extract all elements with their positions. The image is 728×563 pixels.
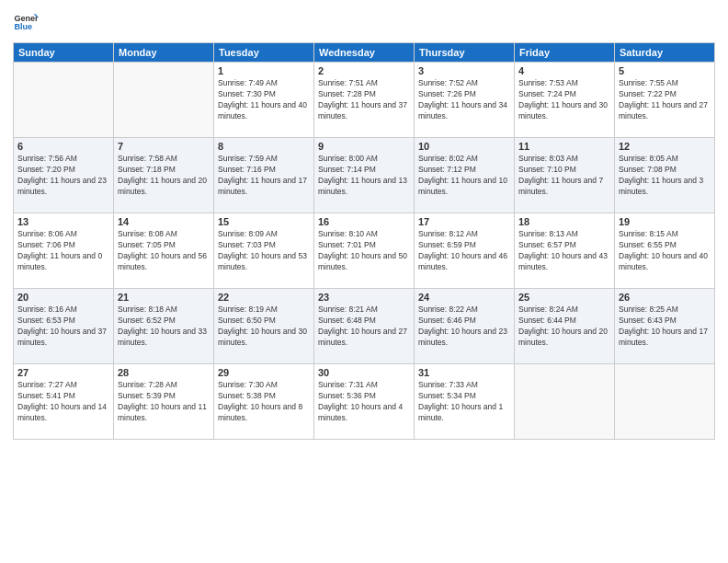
day-number: 22: [218, 292, 310, 303]
day-number: 16: [318, 216, 410, 227]
calendar-cell: [615, 364, 715, 440]
day-number: 5: [619, 65, 711, 76]
day-info: Sunrise: 8:12 AMSunset: 6:59 PMDaylight:…: [418, 229, 510, 273]
day-info: Sunrise: 7:49 AMSunset: 7:30 PMDaylight:…: [218, 78, 310, 122]
weekday-header-tuesday: Tuesday: [214, 43, 314, 63]
day-number: 30: [318, 367, 410, 378]
day-number: 20: [17, 292, 109, 303]
day-info: Sunrise: 7:56 AMSunset: 7:20 PMDaylight:…: [17, 154, 109, 198]
calendar-cell: 16Sunrise: 8:10 AMSunset: 7:01 PMDayligh…: [314, 213, 415, 289]
day-info: Sunrise: 8:21 AMSunset: 6:48 PMDaylight:…: [318, 304, 410, 349]
calendar-cell: 14Sunrise: 8:08 AMSunset: 7:05 PMDayligh…: [114, 213, 214, 289]
weekday-header-row: SundayMondayTuesdayWednesdayThursdayFrid…: [14, 43, 715, 63]
weekday-header-wednesday: Wednesday: [314, 43, 415, 63]
calendar-cell: 24Sunrise: 8:22 AMSunset: 6:46 PMDayligh…: [415, 289, 515, 364]
day-info: Sunrise: 8:22 AMSunset: 6:46 PMDaylight:…: [418, 304, 510, 349]
calendar-cell: 20Sunrise: 8:16 AMSunset: 6:53 PMDayligh…: [14, 289, 114, 364]
day-info: Sunrise: 8:13 AMSunset: 6:57 PMDaylight:…: [518, 229, 610, 273]
day-number: 1: [218, 65, 310, 76]
calendar-cell: 6Sunrise: 7:56 AMSunset: 7:20 PMDaylight…: [14, 138, 114, 213]
day-info: Sunrise: 7:52 AMSunset: 7:26 PMDaylight:…: [418, 78, 510, 122]
calendar-cell: 25Sunrise: 8:24 AMSunset: 6:44 PMDayligh…: [515, 289, 615, 364]
calendar-cell: 7Sunrise: 7:58 AMSunset: 7:18 PMDaylight…: [114, 138, 214, 213]
day-info: Sunrise: 7:30 AMSunset: 5:38 PMDaylight:…: [218, 380, 310, 424]
calendar-cell: 27Sunrise: 7:27 AMSunset: 5:41 PMDayligh…: [14, 364, 114, 440]
day-info: Sunrise: 7:59 AMSunset: 7:16 PMDaylight:…: [218, 154, 310, 198]
day-number: 17: [418, 216, 510, 227]
day-number: 21: [118, 292, 210, 303]
day-info: Sunrise: 7:27 AMSunset: 5:41 PMDaylight:…: [17, 380, 109, 424]
day-info: Sunrise: 8:25 AMSunset: 6:43 PMDaylight:…: [619, 304, 711, 349]
day-number: 14: [118, 216, 210, 227]
day-info: Sunrise: 8:03 AMSunset: 7:10 PMDaylight:…: [518, 154, 610, 198]
calendar-cell: [114, 63, 214, 138]
logo-icon: General Blue: [13, 9, 39, 35]
calendar-cell: [14, 63, 114, 138]
day-info: Sunrise: 7:55 AMSunset: 7:22 PMDaylight:…: [619, 78, 711, 122]
calendar-cell: 2Sunrise: 7:51 AMSunset: 7:28 PMDaylight…: [314, 63, 415, 138]
calendar-cell: 13Sunrise: 8:06 AMSunset: 7:06 PMDayligh…: [14, 213, 114, 289]
calendar-cell: 15Sunrise: 8:09 AMSunset: 7:03 PMDayligh…: [214, 213, 314, 289]
day-number: 7: [118, 141, 210, 152]
weekday-header-thursday: Thursday: [415, 43, 515, 63]
calendar-week-3: 13Sunrise: 8:06 AMSunset: 7:06 PMDayligh…: [14, 213, 715, 289]
day-number: 23: [318, 292, 410, 303]
day-number: 25: [518, 292, 610, 303]
calendar-cell: 28Sunrise: 7:28 AMSunset: 5:39 PMDayligh…: [114, 364, 214, 440]
day-info: Sunrise: 8:08 AMSunset: 7:05 PMDaylight:…: [118, 229, 210, 273]
day-info: Sunrise: 7:33 AMSunset: 5:34 PMDaylight:…: [418, 380, 510, 424]
day-number: 29: [218, 367, 310, 378]
calendar-cell: 11Sunrise: 8:03 AMSunset: 7:10 PMDayligh…: [515, 138, 615, 213]
header: General Blue: [13, 9, 715, 35]
day-number: 28: [118, 367, 210, 378]
calendar-cell: 22Sunrise: 8:19 AMSunset: 6:50 PMDayligh…: [214, 289, 314, 364]
day-number: 15: [218, 216, 310, 227]
calendar-cell: 5Sunrise: 7:55 AMSunset: 7:22 PMDaylight…: [615, 63, 715, 138]
calendar-cell: 29Sunrise: 7:30 AMSunset: 5:38 PMDayligh…: [214, 364, 314, 440]
weekday-header-saturday: Saturday: [615, 43, 715, 63]
calendar-cell: 1Sunrise: 7:49 AMSunset: 7:30 PMDaylight…: [214, 63, 314, 138]
day-number: 27: [17, 367, 109, 378]
calendar-cell: 18Sunrise: 8:13 AMSunset: 6:57 PMDayligh…: [515, 213, 615, 289]
day-info: Sunrise: 8:15 AMSunset: 6:55 PMDaylight:…: [619, 229, 711, 273]
day-number: 4: [518, 65, 610, 76]
calendar-cell: 8Sunrise: 7:59 AMSunset: 7:16 PMDaylight…: [214, 138, 314, 213]
day-info: Sunrise: 7:51 AMSunset: 7:28 PMDaylight:…: [318, 78, 410, 122]
calendar-cell: 17Sunrise: 8:12 AMSunset: 6:59 PMDayligh…: [415, 213, 515, 289]
calendar-cell: 30Sunrise: 7:31 AMSunset: 5:36 PMDayligh…: [314, 364, 415, 440]
calendar-cell: 12Sunrise: 8:05 AMSunset: 7:08 PMDayligh…: [615, 138, 715, 213]
day-number: 11: [518, 141, 610, 152]
weekday-header-sunday: Sunday: [14, 43, 114, 63]
calendar-cell: 19Sunrise: 8:15 AMSunset: 6:55 PMDayligh…: [615, 213, 715, 289]
day-number: 3: [418, 65, 510, 76]
day-number: 31: [418, 367, 510, 378]
calendar-cell: 3Sunrise: 7:52 AMSunset: 7:26 PMDaylight…: [415, 63, 515, 138]
day-number: 12: [619, 141, 711, 152]
day-number: 8: [218, 141, 310, 152]
calendar-cell: 10Sunrise: 8:02 AMSunset: 7:12 PMDayligh…: [415, 138, 515, 213]
calendar-cell: 21Sunrise: 8:18 AMSunset: 6:52 PMDayligh…: [114, 289, 214, 364]
day-number: 24: [418, 292, 510, 303]
page: General Blue SundayMondayTuesdayWednesda…: [0, 0, 728, 563]
day-info: Sunrise: 8:00 AMSunset: 7:14 PMDaylight:…: [318, 154, 410, 198]
calendar-cell: 4Sunrise: 7:53 AMSunset: 7:24 PMDaylight…: [515, 63, 615, 138]
calendar-cell: [515, 364, 615, 440]
day-number: 18: [518, 216, 610, 227]
day-info: Sunrise: 8:02 AMSunset: 7:12 PMDaylight:…: [418, 154, 510, 198]
day-info: Sunrise: 8:09 AMSunset: 7:03 PMDaylight:…: [218, 229, 310, 273]
day-number: 6: [17, 141, 109, 152]
calendar-week-2: 6Sunrise: 7:56 AMSunset: 7:20 PMDaylight…: [14, 138, 715, 213]
day-number: 13: [17, 216, 109, 227]
calendar-cell: 31Sunrise: 7:33 AMSunset: 5:34 PMDayligh…: [415, 364, 515, 440]
day-number: 2: [318, 65, 410, 76]
day-number: 10: [418, 141, 510, 152]
day-info: Sunrise: 8:05 AMSunset: 7:08 PMDaylight:…: [619, 154, 711, 198]
calendar-cell: 23Sunrise: 8:21 AMSunset: 6:48 PMDayligh…: [314, 289, 415, 364]
day-info: Sunrise: 8:19 AMSunset: 6:50 PMDaylight:…: [218, 304, 310, 349]
day-number: 26: [619, 292, 711, 303]
day-info: Sunrise: 8:06 AMSunset: 7:06 PMDaylight:…: [17, 229, 109, 273]
calendar-cell: 26Sunrise: 8:25 AMSunset: 6:43 PMDayligh…: [615, 289, 715, 364]
day-info: Sunrise: 8:16 AMSunset: 6:53 PMDaylight:…: [17, 304, 109, 349]
day-info: Sunrise: 7:28 AMSunset: 5:39 PMDaylight:…: [118, 380, 210, 424]
weekday-header-monday: Monday: [114, 43, 214, 63]
